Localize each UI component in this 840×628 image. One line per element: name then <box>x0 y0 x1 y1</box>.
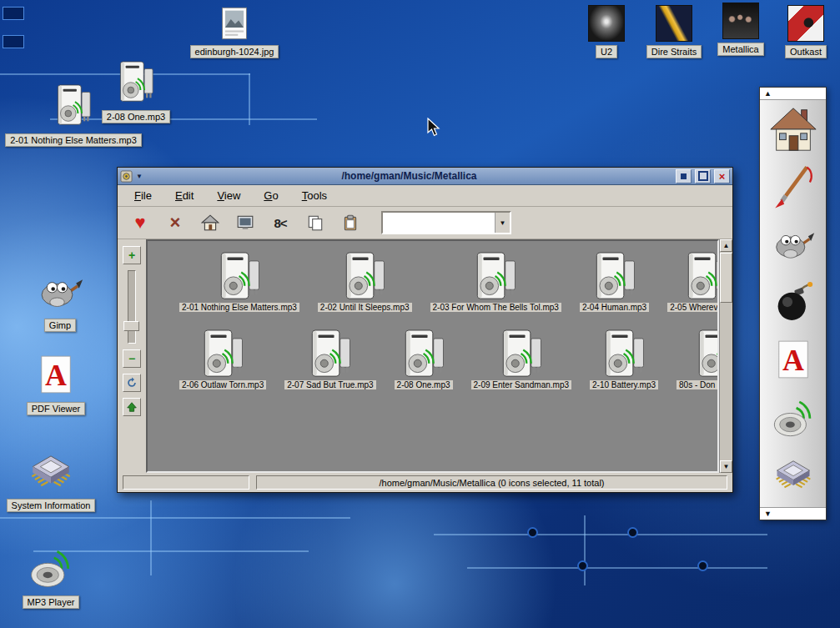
menu-file[interactable]: File <box>134 189 152 202</box>
desktop-icon-outkast[interactable]: Outkast <box>776 5 836 58</box>
status-bar: /home/gman/Music/Metallica (0 icons sele… <box>118 473 732 492</box>
refresh-button[interactable] <box>123 374 141 392</box>
file-item[interactable]: 2-05 Wherever I Ma <box>667 251 719 312</box>
dock-item-system-information[interactable] <box>765 445 822 503</box>
cut-button[interactable]: 8< <box>266 210 294 235</box>
zoom-strip: + − <box>118 239 146 473</box>
scroll-up-icon: ▲ <box>723 242 730 249</box>
desktop-icon-nothing-else-mp3[interactable]: 2-01 Nothing Else Matters.mp3 <box>3 83 143 147</box>
desktop-icon-label: PDF Viewer <box>27 402 85 415</box>
home-button[interactable] <box>196 210 224 235</box>
zoom-in-button[interactable]: + <box>123 246 141 264</box>
circuit-trace <box>150 500 152 575</box>
file-item[interactable]: 2-10 Battery.mp3 <box>590 329 658 389</box>
display-icon <box>236 214 254 231</box>
dock-item-pdf-viewer[interactable]: A <box>765 330 822 388</box>
dock-panel: ▲ <box>759 87 827 520</box>
paste-button[interactable] <box>336 210 365 235</box>
desktop-icon-system-information[interactable]: System Information <box>2 447 100 512</box>
scroll-up-icon: ▲ <box>764 89 772 98</box>
circuit-trace <box>0 517 350 519</box>
scrollbar-up-button[interactable]: ▲ <box>720 239 732 252</box>
scrollbar-down-button[interactable]: ▼ <box>720 460 732 473</box>
file-item[interactable]: 2-01 Nothing Else Matters.mp3 <box>179 251 299 312</box>
scrollbar-track[interactable] <box>720 252 732 460</box>
address-input[interactable] <box>383 213 495 233</box>
mp3-file-icon <box>472 251 519 301</box>
mp3-file-icon <box>683 251 719 301</box>
dock-item-mp3-player[interactable] <box>765 388 822 445</box>
zoom-out-button[interactable]: − <box>123 349 141 368</box>
scrollbar-thumb[interactable] <box>720 253 732 303</box>
dropdown-arrow-icon: ▼ <box>500 219 506 227</box>
file-item[interactable]: 80s - Don Henly - Bo <box>677 329 719 389</box>
gimp-icon <box>770 223 817 266</box>
zoom-slider-handle[interactable] <box>123 321 139 331</box>
dock-scroll-up[interactable]: ▲ <box>760 88 826 100</box>
close-dir-button[interactable]: × <box>161 210 189 235</box>
menu-tools[interactable]: Tools <box>302 189 327 202</box>
heart-icon: ♥ <box>134 214 145 232</box>
close-icon: × <box>719 171 726 182</box>
maximize-button[interactable] <box>695 169 711 183</box>
album-art-u2-icon <box>588 5 625 42</box>
titlebar-menu-arrow-icon[interactable]: ▼ <box>136 173 143 180</box>
mp3-file-icon <box>53 83 93 127</box>
maximize-icon <box>698 171 708 181</box>
file-label: 2-09 Enter Sandman.mp3 <box>471 380 572 389</box>
window-title: /home/gman/Music/Metallica <box>146 170 672 182</box>
status-text: /home/gman/Music/Metallica (0 icons sele… <box>256 475 727 490</box>
status-minibuffer <box>123 475 249 490</box>
minimize-button[interactable] <box>676 169 692 183</box>
circuit-chip <box>3 35 24 48</box>
file-item[interactable]: 2-08 One.mp3 <box>395 329 453 389</box>
mouse-cursor <box>427 118 442 138</box>
menu-edit[interactable]: Edit <box>175 189 194 202</box>
dock-item-pen[interactable] <box>765 158 822 215</box>
dock-scroll-down[interactable]: ▼ <box>760 507 826 520</box>
file-label: 2-05 Wherever I Ma <box>667 303 719 312</box>
desktop-icon-label: U2 <box>596 45 617 58</box>
desktop-icon-pdf-viewer[interactable]: A PDF Viewer <box>20 350 92 415</box>
window-menu-icon[interactable] <box>120 170 133 183</box>
file-item[interactable]: 2-07 Sad But True.mp3 <box>284 329 375 389</box>
dock-item-home[interactable] <box>765 100 822 158</box>
album-art-dire-straits-icon <box>656 5 692 42</box>
file-item[interactable]: 2-06 Outlaw Torn.mp3 <box>179 329 266 389</box>
display-button[interactable] <box>231 210 259 235</box>
dock-item-gimp[interactable] <box>765 215 822 273</box>
chip-icon <box>770 453 817 496</box>
speaker-icon <box>769 393 817 441</box>
file-item[interactable]: 2-02 Until It Sleeps.mp3 <box>318 251 412 312</box>
copy-button[interactable] <box>301 210 329 235</box>
desktop-icon-dire-straits[interactable]: Dire Straits <box>642 5 706 58</box>
circuit-node <box>697 560 708 571</box>
circuit-node <box>577 560 588 571</box>
dock-item-bomb[interactable] <box>765 273 822 330</box>
address-dropdown-button[interactable]: ▼ <box>495 213 510 233</box>
file-item[interactable]: 2-04 Human.mp3 <box>580 251 649 312</box>
desktop-icon-label: Gimp <box>44 319 76 332</box>
desktop-icon-edinburgh[interactable]: edinburgh-1024.jpg <box>185 5 284 58</box>
menu-go[interactable]: Go <box>264 189 278 202</box>
menu-bar: FileEditViewGoTools <box>118 185 732 207</box>
up-dir-button[interactable] <box>123 398 141 416</box>
menu-view[interactable]: View <box>217 189 240 202</box>
close-button[interactable]: × <box>714 169 730 183</box>
file-label: 2-07 Sad But True.mp3 <box>284 380 375 389</box>
file-grid[interactable]: 2-01 Nothing Else Matters.mp3 2-02 Until… <box>146 239 719 473</box>
desktop-icon-metallica[interactable]: Metallica <box>711 3 771 56</box>
svg-text:A: A <box>782 343 804 376</box>
pdf-icon: A <box>772 337 814 382</box>
file-item[interactable]: 2-09 Enter Sandman.mp3 <box>471 329 572 389</box>
window-content: + − 2-01 N <box>118 239 732 473</box>
zoom-slider[interactable] <box>128 270 136 344</box>
mp3-file-icon <box>400 329 447 379</box>
bookmark-button[interactable]: ♥ <box>126 210 154 235</box>
titlebar[interactable]: ▼ /home/gman/Music/Metallica × <box>118 168 732 185</box>
vertical-scrollbar[interactable]: ▲ ▼ <box>719 239 732 473</box>
desktop-icon-gimp[interactable]: Gimp <box>25 269 95 332</box>
desktop-icon-mp3-player[interactable]: MP3 Player <box>13 542 88 609</box>
desktop-icon-u2[interactable]: U2 <box>577 5 636 58</box>
file-item[interactable]: 2-03 For Whom The Bells Tol.mp3 <box>430 251 561 312</box>
